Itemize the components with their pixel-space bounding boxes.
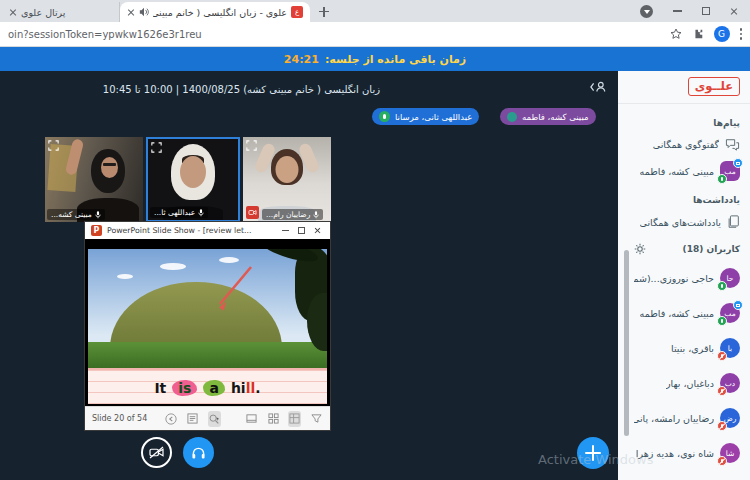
ppt-close-icon[interactable] [314,227,322,235]
camera-off-badge-icon [246,206,259,219]
mic-muted-badge-icon [717,456,727,466]
mic-muted-badge-icon [717,351,727,361]
tab-close-icon[interactable] [9,8,17,16]
webcam-name-label: رضاییان رام... [262,209,323,220]
profile-avatar[interactable]: G [714,26,730,42]
avatar: رض [720,408,740,428]
slideshow-toolbar: Slide 20 of 54 [85,406,330,430]
active-speaker-pill: عبداللهی ثانی، مرسانا [372,108,479,125]
powerpoint-window: P PowerPoint Slide Show - [review let... [85,222,330,430]
fullscreen-icon[interactable] [151,142,162,153]
window-controls [640,0,750,22]
url-bar: oin?sessionToken=ypwkw1626e3r1reu G [0,22,750,47]
slide-caption: It is a hill. [88,371,327,404]
mic-muted-badge-icon [717,421,727,431]
notes-pages-icon [727,215,740,229]
minimize-icon[interactable] [673,10,682,11]
extensions-icon[interactable] [692,28,704,40]
webcam-name-label: عبداللهی ثا... [150,207,208,218]
meeting-main-area: زبان انگلیسی ( خانم مبینی کشه) 1400/08/2… [0,71,618,480]
mic-on-badge-icon [717,316,727,326]
tab-class-session[interactable]: علوی - زبان انگلیسی ( خانم مبینی کش ع [120,2,310,22]
webcam-tile-student[interactable]: رضاییان رام... [243,137,331,222]
mic-muted-badge-icon [717,386,727,396]
public-chat-item[interactable]: گفتوگوی همگانی [634,138,740,151]
fullscreen-icon[interactable] [48,140,59,151]
slide-menu-button[interactable] [186,411,199,427]
user-row[interactable]: دب دباغیان، بهار [634,371,740,395]
slide-canvas[interactable]: It is a hill. [85,239,330,406]
shared-notes-label: یادداشت‌های همگانی [640,217,722,228]
private-chat-item[interactable]: مب مبینی کشه، فاطمه [634,161,740,181]
chat-badge-icon [733,158,743,168]
actions-plus-button[interactable] [577,437,609,469]
user-row[interactable]: مب مبینی کشه، فاطمه [634,301,740,325]
user-name: باقری، بنیتا [671,343,714,354]
bookmark-star-icon[interactable] [670,28,682,40]
audio-toggle-button[interactable] [183,437,214,468]
powerpoint-window-title: PowerPoint Slide Show - [review let... [107,226,277,235]
all-slides-grid-button[interactable] [267,411,280,427]
school-logo: علــوی [688,77,740,96]
toggle-userlist-button[interactable] [590,80,608,94]
public-chat-label: گفتوگوی همگانی [653,139,719,150]
user-row[interactable]: رض رضاییان رامشه، پانی... [634,406,740,430]
tab-portal[interactable]: پرتال علوی [2,2,120,22]
user-row[interactable]: با باقری، بنیتا [634,336,740,360]
user-name: شاه نوی، هدیه زهرا [636,448,714,459]
fullscreen-icon[interactable] [246,140,257,151]
tab-title: علوی - زبان انگلیسی ( خانم مبینی کش [153,7,287,18]
manage-users-gear-icon[interactable] [634,243,646,255]
avatar: شا [720,443,740,463]
new-tab-button[interactable] [316,4,332,20]
mic-on-badge-icon [717,281,727,291]
mic-on-badge-icon [717,174,727,184]
browser-menu-icon[interactable] [740,28,743,40]
session-timer-banner: زمان باقی مانده از جلسه: 24:21 [0,47,750,71]
user-name: دباغیان، بهار [666,378,714,389]
current-view-button[interactable] [288,411,301,427]
tab-title: پرتال علوی [21,7,112,18]
timer-label: زمان باقی مانده از جلسه: [325,53,466,66]
user-row[interactable]: حا حاجی نوروزی...(شما) [634,266,740,290]
powerpoint-titlebar: P PowerPoint Slide Show - [review let... [85,222,330,239]
address-input[interactable]: oin?sessionToken=ypwkw1626e3r1reu [8,29,660,40]
messages-section-label: پیام‌ها [634,118,740,128]
powerpoint-app-icon: P [91,225,102,236]
restore-icon[interactable] [702,7,710,15]
notes-section-label: یادداشت‌ها [634,195,740,205]
sidebar-scrollbar[interactable] [624,250,629,436]
user-name: حاجی نوروزی...(شما) [634,273,714,284]
speaker-name: عبداللهی ثانی، مرسانا [395,112,472,122]
avatar: مب [720,161,740,181]
ppt-minimize-icon[interactable] [282,230,289,231]
slide-view-button[interactable] [245,411,258,427]
slide-photo-hill: It is a hill. [88,249,327,404]
user-name: رضاییان رامشه، پانی... [634,413,714,424]
camera-toggle-button[interactable] [141,437,172,468]
tab-audio-icon [139,7,149,17]
webcam-tile-teacher[interactable]: مبینی کشه... [45,137,143,222]
status-dot-icon [507,112,517,122]
avatar: دب [720,373,740,393]
user-name: مبینی کشه، فاطمه [640,308,714,319]
zoom-tool-button[interactable] [208,411,221,427]
previous-slide-button[interactable] [164,411,177,427]
pen-filter-button[interactable] [310,411,323,427]
users-section-label: کاربران (18) [683,244,740,254]
shared-notes-item[interactable]: یادداشت‌های همگانی [634,215,740,229]
chat-bubbles-icon [725,138,740,151]
tab-close-icon[interactable] [127,8,135,16]
mic-on-icon [379,111,390,122]
avatar: با [720,338,740,358]
session-title: زبان انگلیسی ( خانم مبینی کشه) 1400/08/2… [103,84,380,95]
browser-status-icon[interactable] [640,5,653,18]
timer-value: 24:21 [284,53,319,66]
avatar: حا [720,268,740,288]
ppt-maximize-icon[interactable] [298,227,305,234]
close-window-icon[interactable] [730,7,738,15]
speaker-name: مبینی کشه، فاطمه [522,112,589,122]
slide-counter: Slide 20 of 54 [92,414,147,423]
webcam-tile-speaking[interactable]: عبداللهی ثا... [146,137,240,222]
user-row[interactable]: شا شاه نوی، هدیه زهرا [634,441,740,465]
